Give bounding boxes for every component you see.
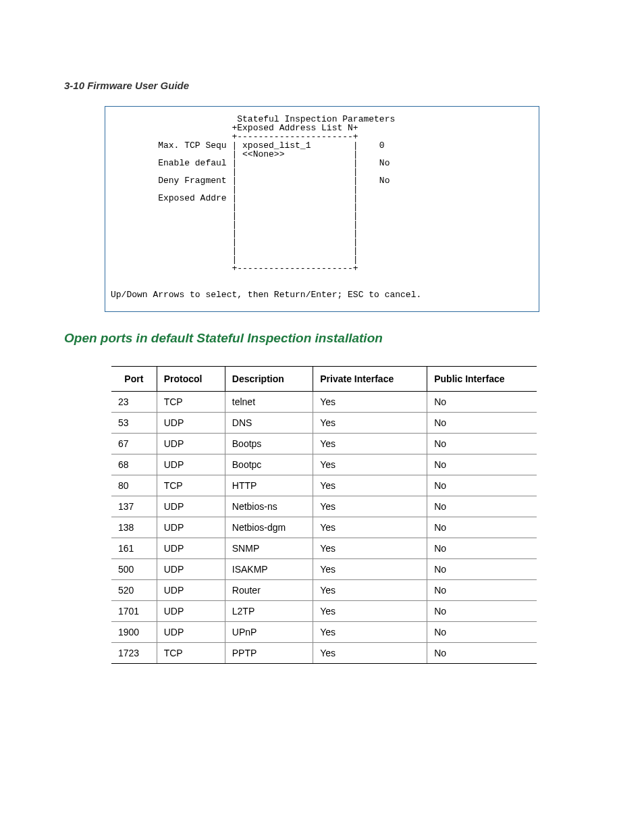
table-header-cell: Private Interface [313,367,427,392]
table-cell: UDP [157,496,225,517]
table-row: 161UDPSNMPYesNo [111,538,537,559]
table-cell: SNMP [225,538,313,559]
table-cell: 23 [111,392,157,413]
table-cell: 1900 [111,622,157,643]
table-cell: TCP [157,643,225,664]
table-cell: Yes [313,622,427,643]
table-cell: No [427,601,537,622]
table-row: 520UDPRouterYesNo [111,580,537,601]
table-cell: No [427,434,537,454]
table-row: 1723TCPPPTPYesNo [111,643,537,664]
section-heading: Open ports in default Stateful Inspectio… [64,331,580,346]
table-cell: Yes [313,580,427,601]
table-cell: No [427,538,537,559]
table-cell: No [427,580,537,601]
table-row: 23TCPtelnetYesNo [111,392,537,413]
table-row: 500UDPISAKMPYesNo [111,559,537,580]
table-cell: TCP [157,392,225,413]
table-cell: UDP [157,601,225,622]
table-cell: Yes [313,434,427,454]
table-cell: TCP [157,475,225,496]
table-header-cell: Description [225,367,313,392]
table-cell: Yes [313,413,427,434]
table-cell: No [427,559,537,580]
table-cell: Netbios-ns [225,496,313,517]
table-cell: Yes [313,601,427,622]
table-cell: ISAKMP [225,559,313,580]
table-row: 137UDPNetbios-nsYesNo [111,496,537,517]
table-row: 68UDPBootpcYesNo [111,454,537,475]
table-cell: Yes [313,475,427,496]
table-cell: Yes [313,643,427,664]
table-cell: UPnP [225,622,313,643]
table-row: 1900UDPUPnPYesNo [111,622,537,643]
table-cell: Yes [313,454,427,475]
table-cell: UDP [157,559,225,580]
table-cell: Yes [313,392,427,413]
table-row: 80TCPHTTPYesNo [111,475,537,496]
table-row: 53UDPDNSYesNo [111,413,537,434]
table-cell: 1723 [111,643,157,664]
table-cell: UDP [157,622,225,643]
table-row: 67UDPBootpsYesNo [111,434,537,454]
table-cell: Yes [313,538,427,559]
table-cell: No [427,622,537,643]
table-cell: 1701 [111,601,157,622]
table-cell: 138 [111,517,157,538]
table-cell: Yes [313,496,427,517]
table-cell: No [427,643,537,664]
table-header-cell: Public Interface [427,367,537,392]
table-cell: 67 [111,434,157,454]
table-cell: Yes [313,559,427,580]
table-cell: 68 [111,454,157,475]
table-cell: 53 [111,413,157,434]
table-cell: 137 [111,496,157,517]
table-cell: No [427,413,537,434]
table-cell: HTTP [225,475,313,496]
table-header-cell: Port [111,367,157,392]
table-header-cell: Protocol [157,367,225,392]
table-cell: L2TP [225,601,313,622]
table-cell: 520 [111,580,157,601]
table-cell: UDP [157,580,225,601]
table-cell: Bootpc [225,454,313,475]
table-cell: UDP [157,434,225,454]
table-cell: 161 [111,538,157,559]
terminal-screenshot: Stateful Inspection Parameters +Exposed … [105,106,539,312]
table-cell: Yes [313,517,427,538]
page-header: 3-10 Firmware User Guide [64,80,580,91]
table-cell: No [427,496,537,517]
table-row: 1701UDPL2TPYesNo [111,601,537,622]
open-ports-table: PortProtocolDescriptionPrivate Interface… [111,366,537,664]
table-cell: UDP [157,538,225,559]
table-cell: No [427,517,537,538]
table-cell: telnet [225,392,313,413]
table-cell: UDP [157,413,225,434]
table-cell: UDP [157,517,225,538]
table-cell: No [427,475,537,496]
table-row: 138UDPNetbios-dgmYesNo [111,517,537,538]
table-cell: Bootps [225,434,313,454]
document-page: 3-10 Firmware User Guide Stateful Inspec… [0,0,644,834]
table-cell: 80 [111,475,157,496]
table-cell: DNS [225,413,313,434]
table-cell: No [427,454,537,475]
table-cell: PPTP [225,643,313,664]
table-cell: UDP [157,454,225,475]
table-cell: No [427,392,537,413]
table-header-row: PortProtocolDescriptionPrivate Interface… [111,367,537,392]
table-cell: 500 [111,559,157,580]
table-cell: Netbios-dgm [225,517,313,538]
table-cell: Router [225,580,313,601]
